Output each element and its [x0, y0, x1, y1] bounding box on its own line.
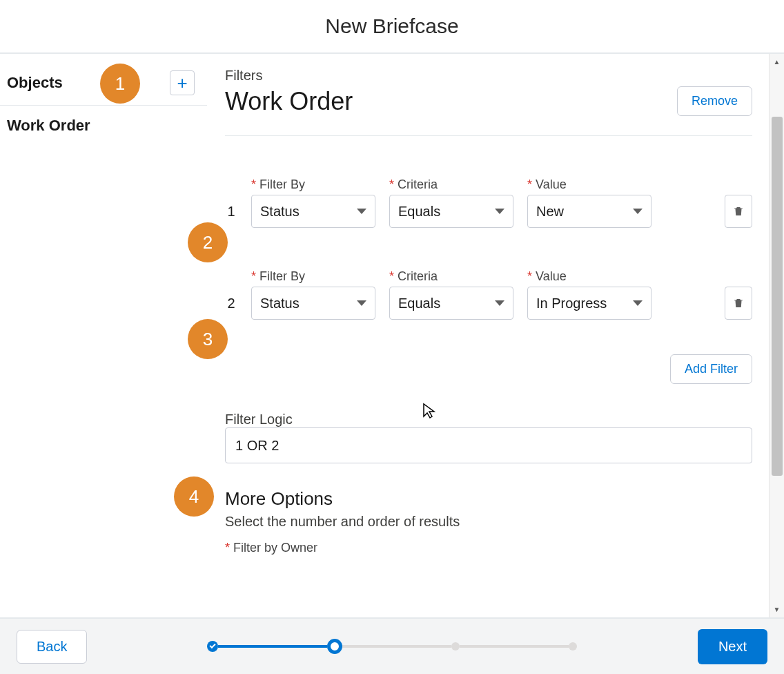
more-options-subtitle: Select the number and order of results — [225, 514, 752, 530]
scroll-down-icon[interactable]: ▼ — [774, 603, 781, 616]
progress-segment — [460, 645, 569, 648]
delete-filter-button[interactable] — [725, 195, 752, 228]
criteria-value: Equals — [398, 296, 440, 311]
sidebar-item-work-order[interactable]: Work Order — [0, 106, 207, 146]
callout-2: 2 — [188, 222, 228, 262]
step-4-icon — [569, 642, 577, 651]
filter-by-value: Status — [260, 204, 300, 220]
progress-segment — [342, 645, 451, 648]
object-title: Work Order — [225, 87, 353, 116]
plus-icon: + — [177, 74, 187, 92]
filter-row: 2 Filter By Status Criteria Equals — [225, 269, 752, 320]
value-label: Value — [527, 269, 651, 284]
value-select[interactable]: New — [527, 195, 651, 228]
filter-row: 1 Filter By Status Criteria Equals — [225, 177, 752, 228]
chevron-down-icon — [357, 209, 366, 214]
modal-footer: Back Next — [0, 617, 784, 674]
value-value: In Progress — [536, 296, 607, 311]
back-button[interactable]: Back — [17, 630, 87, 664]
callout-3: 3 — [188, 319, 228, 359]
chevron-down-icon — [357, 300, 366, 306]
chevron-down-icon — [495, 209, 504, 214]
page-title: New Briefcase — [325, 15, 458, 38]
delete-filter-button[interactable] — [725, 287, 752, 320]
filter-by-value: Status — [260, 296, 300, 311]
modal-header: New Briefcase — [0, 0, 784, 54]
filter-logic-input[interactable] — [225, 427, 752, 463]
divider — [225, 135, 752, 136]
scroll-thumb[interactable] — [772, 117, 783, 476]
filter-by-select[interactable]: Status — [251, 195, 375, 228]
sidebar: Objects + Work Order — [0, 54, 207, 617]
chevron-down-icon — [495, 300, 504, 306]
filter-index: 1 — [225, 204, 237, 228]
criteria-select[interactable]: Equals — [389, 287, 513, 320]
filter-by-select[interactable]: Status — [251, 287, 375, 320]
trash-icon — [732, 205, 745, 218]
step-2-current-icon — [327, 639, 342, 654]
add-filter-button[interactable]: Add Filter — [670, 354, 752, 384]
step-1-done-icon — [207, 641, 218, 652]
scroll-up-icon[interactable]: ▲ — [774, 55, 781, 68]
value-select[interactable]: In Progress — [527, 287, 651, 320]
criteria-select[interactable]: Equals — [389, 195, 513, 228]
progress-indicator — [207, 639, 577, 654]
scrollbar[interactable]: ▲ ▼ — [769, 54, 784, 617]
value-value: New — [536, 204, 564, 220]
filter-by-label: Filter By — [251, 177, 375, 192]
next-button[interactable]: Next — [698, 629, 767, 664]
filter-by-owner-label: Filter by Owner — [225, 541, 752, 555]
callout-1: 1 — [100, 64, 140, 104]
chevron-down-icon — [633, 209, 643, 214]
more-options-title: More Options — [225, 488, 752, 510]
main-content: Filters Work Order Remove 1 Filter By St… — [207, 54, 784, 617]
sidebar-objects-label: Objects — [7, 74, 63, 92]
chevron-down-icon — [633, 300, 643, 306]
value-label: Value — [527, 177, 651, 192]
add-object-button[interactable]: + — [170, 70, 195, 95]
criteria-label: Criteria — [389, 177, 513, 192]
filter-index: 2 — [225, 296, 237, 320]
criteria-value: Equals — [398, 204, 440, 220]
filter-by-label: Filter By — [251, 269, 375, 284]
filters-label: Filters — [225, 68, 752, 84]
remove-button[interactable]: Remove — [677, 86, 752, 116]
criteria-label: Criteria — [389, 269, 513, 284]
callout-4: 4 — [174, 476, 214, 517]
trash-icon — [732, 297, 745, 309]
step-3-icon — [451, 642, 460, 651]
progress-segment — [218, 645, 327, 648]
filter-logic-label: Filter Logic — [225, 412, 752, 427]
